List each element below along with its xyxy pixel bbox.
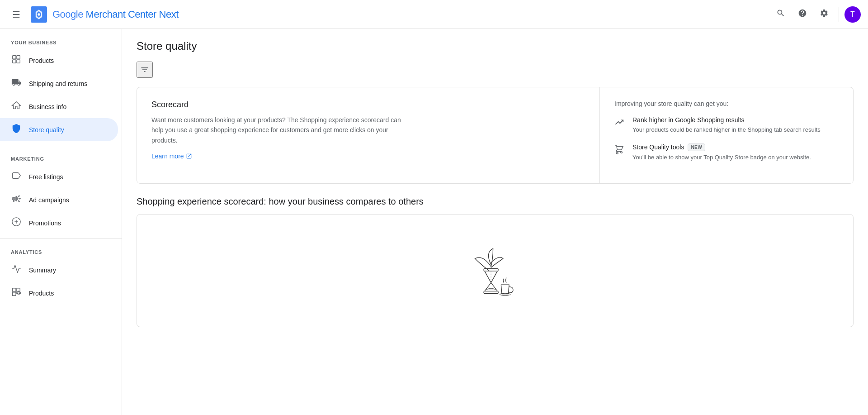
scorecard-right: Improving your store quality can get you…: [600, 87, 853, 183]
search-button[interactable]: [772, 5, 790, 24]
sidebar-products-label: Products: [29, 57, 54, 64]
sidebar-item-shipping[interactable]: Shipping and returns: [0, 72, 118, 95]
sidebar-promotions-label: Promotions: [29, 219, 61, 227]
app-header: ☰ Google Merchant Center Next: [0, 0, 868, 29]
sidebar-shipping-label: Shipping and returns: [29, 80, 87, 87]
external-link-icon: [186, 153, 192, 159]
trending-up-icon: [614, 117, 625, 128]
scorecard-description: Want more customers looking at your prod…: [151, 115, 405, 145]
app-layout: YOUR BUSINESS Products Shipping and retu…: [0, 29, 868, 415]
learn-more-link[interactable]: Learn more: [151, 153, 192, 160]
sidebar-item-free-listings[interactable]: Free listings: [0, 165, 118, 188]
filter-icon: [140, 65, 149, 74]
header-divider: [839, 7, 839, 22]
scorecard-card: Scorecard Want more customers looking at…: [137, 87, 854, 184]
sidebar-divider-1: [0, 145, 122, 145]
avatar[interactable]: T: [844, 6, 861, 23]
svg-rect-7: [484, 269, 498, 271]
filter-button[interactable]: [137, 62, 153, 78]
sidebar-store-quality-label: Store quality: [29, 126, 64, 134]
help-icon: [798, 9, 807, 20]
scorecard-left: Scorecard Want more customers looking at…: [137, 87, 600, 183]
benefit-2-title-text: Store Quality tools: [632, 143, 684, 151]
help-button[interactable]: [793, 5, 811, 24]
illustration-container: [432, 216, 558, 325]
benefit-2-desc: You'll be able to show your Top Quality …: [632, 153, 811, 162]
sidebar-products-analytics-label: Products: [29, 290, 54, 297]
sidebar-item-products[interactable]: Products: [0, 49, 118, 72]
new-badge: NEW: [688, 143, 705, 151]
sidebar-item-products-analytics[interactable]: Products: [0, 281, 118, 305]
sidebar-item-summary[interactable]: Summary: [0, 258, 118, 281]
learn-more-text: Learn more: [151, 153, 184, 160]
sidebar-item-ad-campaigns[interactable]: Ad campaigns: [0, 188, 118, 211]
main-content: Store quality Scorecard Want more custom…: [122, 29, 868, 415]
svg-point-1: [38, 13, 40, 15]
sidebar-item-business-info[interactable]: Business info: [0, 95, 118, 118]
gear-icon: [820, 9, 829, 20]
page-title: Store quality: [137, 40, 854, 52]
sidebar-item-promotions[interactable]: Promotions: [0, 211, 118, 234]
store-quality-tools-icon: [614, 144, 625, 155]
shipping-icon: [11, 77, 22, 90]
benefit-2-title: Store Quality tools NEW: [632, 143, 811, 151]
ad-campaigns-icon: [11, 194, 22, 206]
benefit-item-2: Store Quality tools NEW You'll be able t…: [614, 143, 839, 162]
marketing-label: MARKETING: [0, 149, 122, 165]
app-title: Google Merchant Center Next: [52, 9, 179, 20]
benefit-2-content: Store Quality tools NEW You'll be able t…: [632, 143, 811, 162]
google-merchant-logo: [31, 6, 47, 23]
sidebar-divider-2: [0, 238, 122, 239]
app-title-google: Google: [52, 9, 83, 20]
header-left: ☰ Google Merchant Center Next: [7, 5, 772, 24]
benefit-1-desc: Your products could be ranked higher in …: [632, 125, 821, 134]
sidebar-item-store-quality[interactable]: Store quality: [0, 118, 118, 141]
products-icon: [11, 54, 22, 67]
business-info-icon: [11, 100, 22, 113]
hamburger-icon: ☰: [12, 9, 20, 20]
shopping-scorecard-card: [137, 214, 854, 327]
products-analytics-icon: [11, 287, 22, 299]
benefit-item-1: Rank higher in Google Shopping results Y…: [614, 116, 839, 134]
header-right: T: [772, 5, 861, 24]
svg-rect-8: [484, 291, 498, 293]
search-icon: [776, 9, 785, 20]
summary-icon: [11, 264, 22, 276]
benefit-1-title: Rank higher in Google Shopping results: [632, 116, 821, 124]
free-listings-icon: [11, 171, 22, 183]
scorecard-title: Scorecard: [151, 100, 585, 110]
store-quality-icon: [11, 124, 22, 136]
sidebar-summary-label: Summary: [29, 267, 56, 274]
sidebar: YOUR BUSINESS Products Shipping and retu…: [0, 29, 122, 415]
sidebar-ad-campaigns-label: Ad campaigns: [29, 196, 69, 204]
sidebar-free-listings-label: Free listings: [29, 173, 63, 181]
filter-bar: [137, 62, 854, 78]
promotions-icon: [11, 217, 22, 229]
scorecard-right-title: Improving your store quality can get you…: [614, 100, 839, 107]
menu-button[interactable]: ☰: [7, 5, 25, 24]
your-business-label: YOUR BUSINESS: [0, 33, 122, 49]
hourglass-illustration: [450, 234, 540, 307]
settings-button[interactable]: [815, 5, 833, 24]
app-title-rest: Merchant Center Next: [83, 9, 179, 20]
analytics-label: ANALYTICS: [0, 242, 122, 258]
sidebar-business-info-label: Business info: [29, 103, 66, 110]
benefit-1-content: Rank higher in Google Shopping results Y…: [632, 116, 821, 134]
shopping-scorecard-title: Shopping experience scorecard: how your …: [137, 196, 854, 207]
